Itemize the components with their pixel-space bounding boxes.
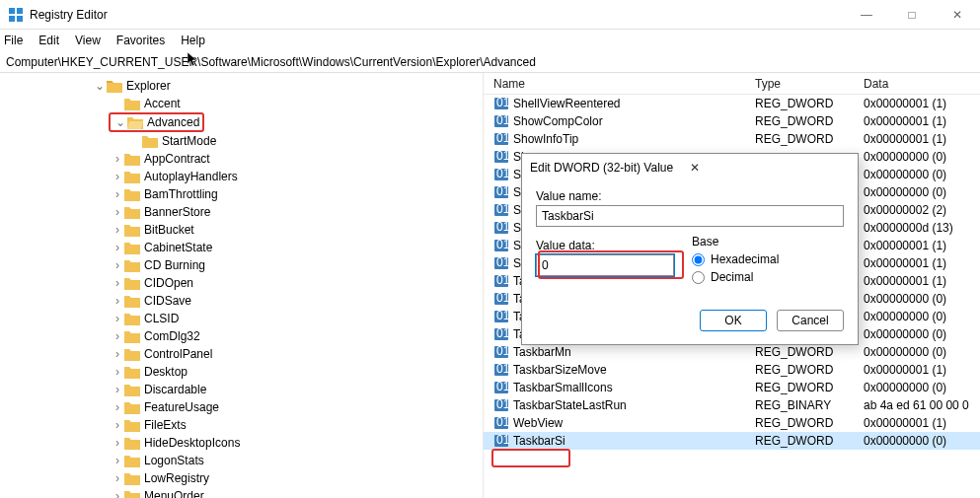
chevron-right-icon[interactable]: › (111, 187, 124, 201)
svg-rect-1 (17, 8, 23, 14)
tree-item[interactable]: ›CabinetState (0, 239, 483, 256)
list-row[interactable]: 011ShowInfoTipREG_DWORD0x00000001 (1) (484, 130, 980, 148)
radio-hex-input[interactable] (692, 253, 705, 266)
menu-help[interactable]: Help (181, 34, 205, 47)
chevron-right-icon[interactable]: › (111, 170, 124, 183)
tree-label: Discardable (144, 383, 206, 396)
reg-dword-icon: 011 (493, 309, 509, 324)
folder-icon (124, 223, 140, 237)
column-type[interactable]: Type (755, 77, 864, 91)
tree-item-accent[interactable]: Accent (0, 95, 483, 112)
reg-dword-icon: 011 (493, 362, 509, 378)
reg-dword-icon: 011 (493, 291, 509, 307)
menu-favorites[interactable]: Favorites (116, 34, 165, 47)
radio-hex[interactable]: Hexadecimal (692, 252, 779, 266)
chevron-right-icon[interactable]: › (111, 312, 124, 325)
dialog-close-button[interactable]: ✕ (690, 161, 850, 175)
reg-dword-icon: 011 (493, 149, 509, 165)
radio-decimal[interactable]: Decimal (692, 270, 779, 284)
chevron-right-icon[interactable]: › (111, 400, 124, 414)
row-data: 0x00000000 (0) (864, 292, 980, 306)
chevron-down-icon[interactable]: ⌄ (113, 115, 127, 129)
chevron-right-icon[interactable]: › (111, 347, 124, 361)
tree-item[interactable]: ›CLSID (0, 310, 483, 327)
chevron-right-icon[interactable]: › (111, 294, 124, 308)
close-button[interactable]: ✕ (935, 0, 980, 30)
svg-text:011: 011 (496, 131, 509, 145)
tree-item[interactable]: ›CIDOpen (0, 274, 483, 292)
addressbar[interactable]: Computer\HKEY_CURRENT_USER\Software\Micr… (0, 51, 980, 73)
folder-icon (124, 312, 140, 325)
tree-item[interactable]: ›CIDSave (0, 292, 483, 310)
tree-item[interactable]: ›LogonStats (0, 452, 483, 469)
chevron-right-icon[interactable]: › (111, 329, 124, 343)
tree-label: ComDlg32 (144, 329, 200, 343)
menu-file[interactable]: File (4, 34, 23, 47)
chevron-right-icon[interactable]: › (111, 241, 124, 254)
tree-item[interactable]: ›ComDlg32 (0, 327, 483, 345)
ok-button[interactable]: OK (700, 310, 767, 331)
menu-edit[interactable]: Edit (38, 34, 59, 47)
edit-dword-dialog: Edit DWORD (32-bit) Value ✕ Value name: … (521, 153, 859, 345)
chevron-right-icon[interactable]: › (111, 383, 124, 396)
chevron-down-icon[interactable]: ⌄ (93, 79, 107, 93)
folder-icon (124, 97, 140, 110)
tree-item[interactable]: ›FileExts (0, 416, 483, 434)
list-row[interactable]: 011TaskbarMnREG_DWORD0x00000000 (0) (484, 343, 980, 361)
tree-item[interactable]: ›ControlPanel (0, 345, 483, 363)
folder-icon (124, 205, 140, 219)
chevron-right-icon[interactable]: › (111, 205, 124, 219)
chevron-right-icon[interactable]: › (111, 276, 124, 290)
list-row[interactable]: 011TaskbarSizeMoveREG_DWORD0x00000001 (1… (484, 361, 980, 379)
value-name-input[interactable] (536, 205, 844, 227)
tree-item-advanced[interactable]: ⌄ Advanced (0, 113, 483, 131)
tree-item[interactable]: ›HideDesktopIcons (0, 434, 483, 452)
tree-item[interactable]: ›LowRegistry (0, 469, 483, 487)
tree-item[interactable]: ›BitBucket (0, 221, 483, 239)
dialog-title-text: Edit DWORD (32-bit) Value (530, 161, 690, 175)
tree-item[interactable]: ›CD Burning (0, 256, 483, 274)
tree-label: HideDesktopIcons (144, 436, 240, 450)
tree-item[interactable]: ›AppContract (0, 150, 483, 168)
radio-decimal-input[interactable] (692, 271, 705, 284)
maximize-button[interactable]: □ (889, 0, 935, 30)
tree-item[interactable]: ›Discardable (0, 381, 483, 398)
tree-item[interactable]: ›BannerStore (0, 203, 483, 221)
cancel-button[interactable]: Cancel (777, 310, 844, 331)
reg-dword-icon: 011 (493, 326, 509, 342)
chevron-right-icon[interactable]: › (111, 365, 124, 379)
tree-item[interactable]: ›FeatureUsage (0, 398, 483, 416)
chevron-right-icon[interactable]: › (111, 418, 124, 432)
minimize-button[interactable]: — (844, 0, 889, 30)
chevron-right-icon[interactable]: › (111, 489, 124, 498)
list-row[interactable]: 011ShellViewReenteredREG_DWORD0x00000001… (484, 95, 980, 112)
tree-item-startmode[interactable]: StartMode (0, 132, 483, 150)
tree-label: FileExts (144, 418, 187, 432)
cursor-icon (188, 52, 199, 71)
tree-item[interactable]: ›MenuOrder (0, 487, 483, 498)
tree-item[interactable]: ›AutoplayHandlers (0, 168, 483, 185)
chevron-right-icon[interactable]: › (111, 258, 124, 272)
column-name[interactable]: Name (493, 77, 755, 91)
list-row[interactable]: 011TaskbarSmallIconsREG_DWORD0x00000000 … (484, 379, 980, 396)
value-data-input[interactable] (536, 254, 674, 276)
folder-icon (124, 489, 140, 498)
tree-item-explorer[interactable]: ⌄ Explorer (0, 77, 483, 95)
chevron-right-icon[interactable]: › (111, 471, 124, 485)
list-row[interactable]: 011TaskbarSiREG_DWORD0x00000000 (0) (484, 432, 980, 450)
tree-item[interactable]: ›BamThrottling (0, 185, 483, 203)
chevron-right-icon[interactable]: › (111, 223, 124, 237)
chevron-right-icon[interactable]: › (111, 152, 124, 166)
row-data: 0x00000000 (0) (864, 434, 980, 448)
list-row[interactable]: 011WebViewREG_DWORD0x00000001 (1) (484, 414, 980, 432)
row-data: 0x0000000d (13) (864, 221, 980, 235)
column-data[interactable]: Data (864, 77, 980, 91)
row-data: 0x00000000 (0) (864, 327, 980, 341)
reg-dword-icon: 011 (493, 238, 509, 253)
chevron-right-icon[interactable]: › (111, 436, 124, 450)
chevron-right-icon[interactable]: › (111, 454, 124, 467)
tree-item[interactable]: ›Desktop (0, 363, 483, 381)
list-row[interactable]: 011ShowCompColorREG_DWORD0x00000001 (1) (484, 112, 980, 130)
list-row[interactable]: 011TaskbarStateLastRunREG_BINARYab 4a ed… (484, 396, 980, 414)
menu-view[interactable]: View (75, 34, 101, 47)
